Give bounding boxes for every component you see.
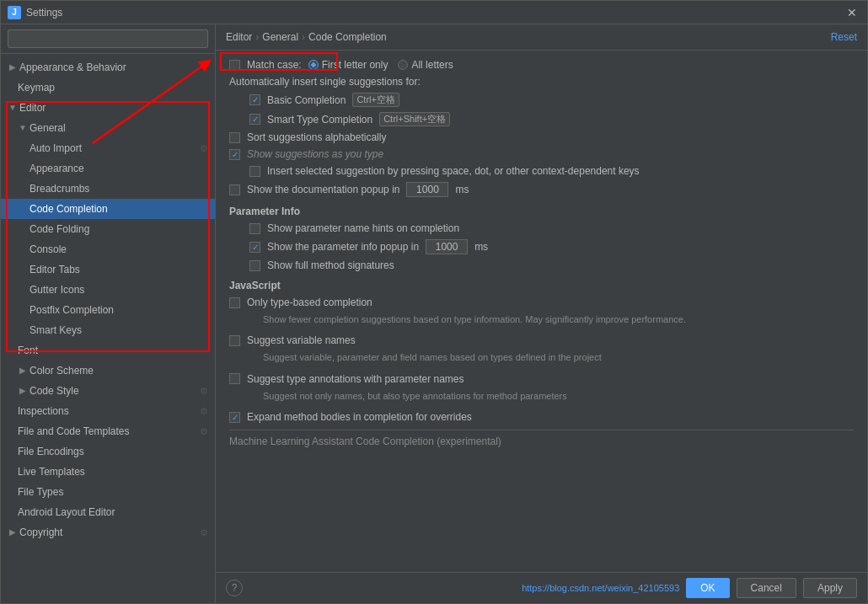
variable-names-desc: Suggest variable, parameter and field na… [229,351,854,364]
all-letters-option[interactable]: All letters [398,59,453,71]
expand-icon: ▼ [18,123,28,133]
content-area: Editor › General › Code Completion Reset… [216,24,867,603]
sidebar-item-label: Smart Keys [29,322,208,339]
show-doc-unit: ms [455,184,469,195]
sidebar-item-label: Auto Import [29,140,200,157]
sidebar-item-inspections[interactable]: Inspections ⚙ [1,401,215,421]
sort-alpha-checkbox[interactable] [229,132,240,143]
sidebar-item-code-style[interactable]: ▶ Code Style ⚙ [1,381,215,401]
sidebar-item-editor[interactable]: ▼ Editor [1,98,215,118]
bottom-right: OK Cancel Apply [686,578,857,598]
type-annotations-desc: Suggest not only names, but also type an… [229,390,854,403]
hints-completion-label: Show parameter name hints on completion [267,222,459,234]
type-annotations-checkbox[interactable] [229,373,240,384]
sidebar-item-code-folding[interactable]: Code Folding [1,219,215,239]
sidebar: ▶ Appearance & Behavior Keymap ▼ Editor [1,24,216,603]
cancel-button[interactable]: Cancel [737,578,796,598]
sidebar-item-auto-import[interactable]: Auto Import ⚙ [1,138,215,158]
basic-completion-checkbox[interactable] [249,94,260,105]
ok-button[interactable]: OK [686,578,729,598]
breadcrumb-sep1: › [255,31,259,43]
breadcrumb-editor: Editor [226,31,252,43]
sidebar-item-keymap[interactable]: Keymap [1,78,215,98]
sidebar-item-font[interactable]: Font [1,340,215,361]
sidebar-item-label: File Types [18,484,208,500]
param-popup-unit: ms [474,241,488,253]
type-annotations-label: Suggest type annotations with parameter … [247,373,463,385]
breadcrumb-code-completion: Code Completion [308,31,387,43]
show-doc-checkbox[interactable] [229,184,240,195]
sidebar-item-label: File and Code Templates [18,423,200,440]
apply-button[interactable]: Apply [803,578,857,598]
sidebar-item-breadcrumbs[interactable]: Breadcrumbs [1,179,215,199]
type-based-block: Only type-based completion Show fewer co… [229,297,854,326]
sidebar-item-live-templates[interactable]: Live Templates [1,462,215,482]
sidebar-item-file-code-templates[interactable]: File and Code Templates ⚙ [1,421,215,441]
type-based-checkbox[interactable] [229,297,240,308]
show-doc-value[interactable] [406,182,448,197]
insert-selected-label: Insert selected suggestion by pressing s… [267,165,640,177]
full-signatures-row: Show full method signatures [229,259,854,271]
sidebar-item-gutter-icons[interactable]: Gutter Icons [1,280,215,300]
help-button[interactable]: ? [226,580,243,596]
config-icon5: ⚙ [200,524,208,541]
expand-method-checkbox[interactable] [229,412,240,423]
first-letter-option[interactable]: First letter only [308,59,388,71]
sidebar-item-console[interactable]: Console [1,239,215,259]
sidebar-item-label: Postfix Completion [29,302,208,318]
basic-completion-shortcut: Ctrl+空格 [352,93,399,107]
breadcrumb: Editor › General › Code Completion [226,31,387,43]
sidebar-item-file-types[interactable]: File Types [1,482,215,502]
param-popup-value[interactable] [426,239,468,254]
first-letter-radio[interactable] [308,60,319,70]
insert-selected-row: Insert selected suggestion by pressing s… [229,165,854,177]
all-letters-label: All letters [411,59,453,71]
expand-method-label: Expand method bodies in completion for o… [247,411,472,423]
reset-link[interactable]: Reset [831,31,857,43]
sidebar-item-label: Live Templates [18,463,208,480]
param-popup-checkbox[interactable] [249,242,260,253]
variable-names-checkbox[interactable] [229,335,240,346]
smart-type-shortcut: Ctrl+Shift+空格 [379,112,450,126]
search-input[interactable] [8,29,208,48]
sidebar-item-code-completion[interactable]: Code Completion [1,199,215,219]
variable-names-row: Suggest variable names [229,334,854,346]
all-letters-radio[interactable] [398,60,408,70]
insert-selected-checkbox[interactable] [249,166,260,177]
expand-icon: ▶ [18,366,28,376]
content-body: Match case: First letter only All letter… [216,51,867,572]
show-doc-label: Show the documentation popup in [247,184,399,195]
sidebar-tree: ▶ Appearance & Behavior Keymap ▼ Editor [1,54,215,603]
sidebar-item-editor-tabs[interactable]: Editor Tabs [1,259,215,280]
sidebar-item-label: Android Layout Editor [18,504,208,521]
basic-completion-row: Basic Completion Ctrl+空格 [229,93,854,107]
first-letter-label: First letter only [322,59,388,71]
type-annotations-row: Suggest type annotations with parameter … [229,373,854,385]
sidebar-item-file-encodings[interactable]: File Encodings [1,441,215,462]
smart-type-checkbox[interactable] [249,114,260,125]
sidebar-item-general[interactable]: ▼ General [1,118,215,138]
close-button[interactable]: ✕ [844,4,860,21]
expand-icon: ▶ [18,386,28,396]
sidebar-item-label: General [29,120,208,136]
sidebar-item-smart-keys[interactable]: Smart Keys [1,320,215,340]
sidebar-item-copyright[interactable]: ▶ Copyright ⚙ [1,522,215,543]
sidebar-item-color-scheme[interactable]: ▶ Color Scheme [1,361,215,381]
basic-completion-label: Basic Completion [267,94,346,106]
sidebar-item-label: Copyright [19,524,200,541]
sidebar-item-postfix-completion[interactable]: Postfix Completion [1,300,215,320]
show-suggestions-checkbox[interactable] [229,149,240,160]
hints-completion-checkbox[interactable] [249,223,260,234]
match-case-checkbox[interactable] [229,60,240,71]
show-suggestions-label: Show suggestions as you type [247,148,383,160]
javascript-header: JavaScript [229,280,854,291]
hints-completion-row: Show parameter name hints on completion [229,222,854,234]
sidebar-item-appearance[interactable]: Appearance [1,158,215,179]
sidebar-item-label: Code Folding [29,221,208,238]
full-signatures-checkbox[interactable] [249,260,260,271]
parameter-info-header: Parameter Info [229,206,854,217]
sidebar-item-label: Console [29,241,208,258]
sidebar-item-label: Keymap [18,79,208,96]
sidebar-item-appearance-behavior[interactable]: ▶ Appearance & Behavior [1,57,215,78]
sidebar-item-android-layout-editor[interactable]: Android Layout Editor [1,502,215,522]
